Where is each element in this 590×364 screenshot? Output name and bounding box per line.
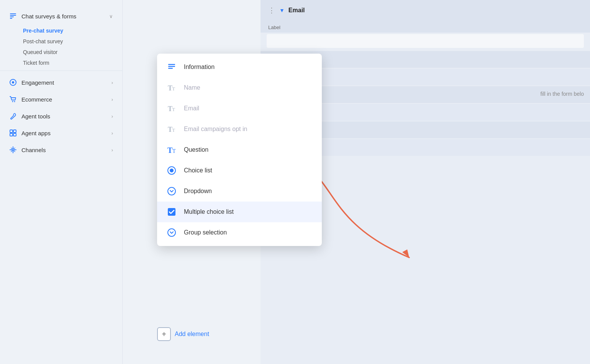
label-row: Label [261, 21, 590, 33]
dropdown-menu: Information T T Name T T Email [157, 54, 322, 246]
apps-icon [9, 129, 17, 137]
sidebar-item-label: Channels [21, 147, 46, 153]
add-element-row: + Add element [157, 327, 209, 341]
sidebar-item-label: Ecommerce [21, 96, 52, 103]
menu-item-label: Name [184, 84, 200, 91]
sidebar-item-channels[interactable]: Channels › [0, 141, 122, 158]
sidebar-item-pre-chat[interactable]: Pre-chat survey [0, 25, 122, 35]
divider [0, 71, 122, 71]
svg-rect-8 [10, 130, 13, 133]
text-icon: T T [166, 82, 177, 93]
text-icon: T T [166, 124, 177, 134]
menu-item-label: Email [184, 105, 199, 112]
svg-point-6 [12, 101, 13, 102]
menu-item-question[interactable]: T T Question [157, 139, 322, 160]
main-content: ⋮ ▼ Email Label fill in the form belo [123, 0, 590, 364]
sidebar-item-chat-surveys[interactable]: Chat surveys & forms ∨ [0, 8, 122, 25]
cart-icon [9, 95, 17, 103]
sidebar-item-label: Agent apps [21, 130, 51, 136]
add-element-button[interactable]: + [157, 327, 171, 341]
menu-item-label: Question [184, 146, 208, 153]
svg-rect-1 [10, 15, 16, 16]
menu-item-email-campaigns[interactable]: T T Email campaigns opt in [157, 119, 322, 139]
chevron-right-icon: › [111, 80, 113, 85]
menu-item-choice-list[interactable]: Choice list [157, 160, 322, 181]
chevron-down-blue-icon: ▼ [279, 7, 285, 13]
menu-item-information[interactable]: Information [157, 57, 322, 77]
sidebar-item-ticket-form[interactable]: Ticket form [0, 57, 122, 67]
menu-item-label: Dropdown [184, 188, 212, 195]
wrench-icon [9, 112, 17, 120]
email-header: ⋮ ▼ Email [261, 0, 590, 21]
group-dropdown-icon [166, 227, 177, 238]
svg-rect-2 [10, 16, 14, 17]
chevron-down-icon: ∨ [109, 13, 113, 19]
sidebar-item-label: Engagement [21, 79, 54, 86]
add-element-label[interactable]: Add element [175, 331, 209, 338]
svg-rect-9 [13, 130, 16, 133]
sidebar-item-engagement[interactable]: Engagement › [0, 74, 122, 91]
svg-text:T: T [172, 127, 175, 133]
chevron-right-icon: › [111, 113, 113, 119]
svg-point-7 [14, 101, 15, 102]
sidebar-item-agent-tools[interactable]: Agent tools › [0, 108, 122, 125]
sidebar-item-agent-apps[interactable]: Agent apps › [0, 125, 122, 141]
sidebar-item-post-chat[interactable]: Post-chat survey [0, 35, 122, 46]
text-bold-icon: T T [166, 144, 177, 155]
menu-item-name[interactable]: T T Name [157, 77, 322, 98]
chevron-right-icon: › [111, 130, 113, 136]
text-icon: T T [166, 103, 177, 114]
menu-item-label: Choice list [184, 167, 212, 174]
svg-text:T: T [172, 86, 175, 92]
svg-point-5 [12, 81, 14, 84]
menu-item-label: Group selection [184, 229, 227, 236]
sidebar-item-queued-visitor[interactable]: Queued visitor [0, 46, 122, 57]
menu-item-email[interactable]: T T Email [157, 98, 322, 119]
chevron-right-icon: › [111, 97, 113, 102]
sidebar: Chat surveys & forms ∨ Pre-chat survey P… [0, 0, 123, 364]
svg-point-12 [12, 149, 14, 151]
radio-icon [166, 165, 177, 176]
sidebar-item-label: Agent tools [21, 113, 50, 120]
sidebar-item-label: Chat surveys & forms [21, 13, 76, 20]
partial-text: fill in the form belo [534, 86, 590, 102]
svg-point-28 [168, 229, 175, 236]
label-input[interactable] [267, 34, 584, 48]
eye-icon [9, 79, 17, 86]
svg-point-25 [170, 169, 174, 172]
svg-rect-13 [168, 64, 175, 65]
svg-point-26 [168, 187, 175, 195]
svg-rect-15 [168, 68, 173, 69]
dropdown-icon [166, 186, 177, 197]
svg-text:T: T [167, 146, 173, 154]
svg-rect-0 [10, 13, 16, 14]
lines-icon [166, 62, 177, 72]
menu-item-label: Multiple choice list [184, 208, 234, 215]
chevron-right-icon: › [111, 147, 113, 153]
sidebar-item-ecommerce[interactable]: Ecommerce › [0, 91, 122, 108]
svg-rect-3 [10, 18, 12, 19]
label-text: Label [268, 25, 280, 30]
drag-handle-icon: ⋮ [268, 6, 275, 15]
menu-item-multiple-choice-list[interactable]: Multiple choice list [157, 202, 322, 222]
list-icon [9, 12, 17, 20]
menu-item-group-selection[interactable]: Group selection [157, 222, 322, 243]
svg-rect-10 [10, 133, 13, 136]
svg-text:T: T [172, 148, 176, 154]
checkbox-icon [166, 207, 177, 217]
email-section-title: Email [288, 7, 305, 14]
svg-text:T: T [172, 107, 175, 112]
menu-item-label: Email campaigns opt in [184, 126, 247, 133]
menu-item-label: Information [184, 64, 215, 71]
svg-rect-14 [168, 66, 175, 67]
svg-rect-11 [13, 133, 16, 136]
channels-icon [9, 146, 17, 154]
menu-item-dropdown[interactable]: Dropdown [157, 181, 322, 202]
plus-icon: + [162, 330, 166, 339]
